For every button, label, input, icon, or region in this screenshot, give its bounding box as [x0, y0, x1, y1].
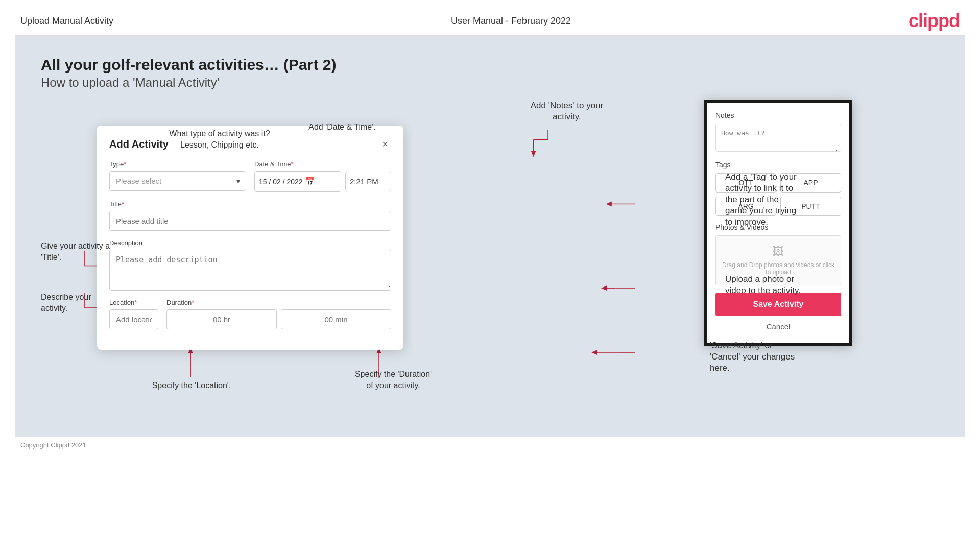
annotation-description: Describe your activity. — [41, 292, 120, 314]
annotation-title: Give your activity a 'Title'. — [41, 241, 120, 263]
annotation-tag: Add a 'Tag' to your activity to link it … — [725, 172, 858, 228]
modal-wrapper: Add Activity × Type* Please select — [97, 126, 403, 350]
annotation-save-cancel: 'Save Activity' or 'Cancel' your changes… — [710, 340, 853, 374]
description-label: Description — [109, 239, 391, 247]
type-datetime-row: Type* Please select Date & Time* — [109, 160, 391, 192]
duration-hr-input[interactable] — [166, 309, 277, 329]
description-group: Description — [109, 239, 391, 291]
calendar-icon: 📅 — [305, 177, 315, 186]
tags-section-label: Tags — [715, 161, 841, 169]
location-duration-row: Location* Duration* — [109, 299, 391, 329]
type-label: Type* — [109, 160, 246, 168]
duration-label: Duration* — [166, 299, 391, 306]
description-input[interactable] — [109, 250, 391, 291]
datetime-group: Date & Time* 15 / 02 / 2022 📅 — [254, 160, 391, 192]
main-content: All your golf-relevant activities… (Part… — [15, 36, 965, 437]
duration-min-input[interactable] — [281, 309, 391, 329]
cancel-button[interactable]: Cancel — [715, 322, 841, 331]
date-input[interactable]: 15 / 02 / 2022 📅 — [254, 171, 341, 192]
footer: Copyright Clippd 2021 — [0, 437, 980, 453]
annotation-location: Specify the 'Location'. — [140, 380, 243, 391]
annotation-duration: Specify the 'Duration' of your activity. — [327, 369, 460, 391]
datetime-label: Date & Time* — [254, 160, 391, 168]
heading-main: All your golf-relevant activities… (Part… — [41, 56, 939, 74]
type-select[interactable]: Please select — [109, 171, 246, 191]
heading-section: All your golf-relevant activities… (Part… — [41, 56, 939, 90]
svg-marker-32 — [591, 350, 597, 355]
type-select-wrapper[interactable]: Please select — [109, 171, 246, 191]
content-layout: What type of activity was it? Lesson, Ch… — [41, 100, 939, 417]
title-label: Title* — [109, 200, 391, 208]
title-input[interactable] — [109, 211, 391, 231]
page-title: Upload Manual Activity — [20, 16, 113, 27]
title-group: Title* — [109, 200, 391, 231]
svg-marker-23 — [531, 151, 536, 157]
heading-sub: How to upload a 'Manual Activity' — [41, 76, 939, 90]
datetime-input-group: 15 / 02 / 2022 📅 — [254, 171, 391, 192]
svg-marker-29 — [601, 285, 607, 291]
type-group: Type* Please select — [109, 160, 246, 192]
copyright: Copyright Clippd 2021 — [20, 441, 86, 449]
annotation-photo: Upload a photo or video to the activity. — [725, 274, 848, 296]
duration-group: Duration* — [166, 299, 391, 329]
annotation-notes: Add 'Notes' to your activity. — [511, 100, 623, 123]
notes-input[interactable] — [715, 124, 841, 152]
top-bar: Upload Manual Activity User Manual - Feb… — [0, 0, 980, 36]
logo: clippd — [909, 10, 960, 32]
annotation-type: What type of activity was it? Lesson, Ch… — [153, 128, 286, 151]
svg-marker-26 — [606, 202, 611, 207]
duration-inputs — [166, 309, 391, 329]
manual-title: User Manual - February 2022 — [451, 16, 571, 27]
add-activity-modal: Add Activity × Type* Please select — [97, 126, 403, 350]
annotation-datetime: Add 'Date & Time'. — [291, 122, 393, 133]
time-input[interactable] — [345, 172, 391, 191]
close-button[interactable]: × — [379, 138, 391, 150]
photo-upload-icon: 🖼 — [721, 245, 835, 258]
notes-section-label: Notes — [715, 111, 841, 119]
